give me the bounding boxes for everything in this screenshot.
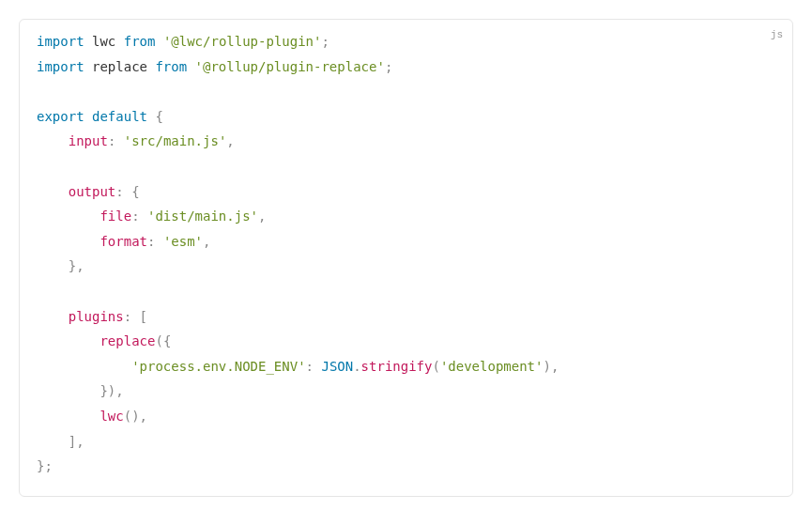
punct: }), xyxy=(100,383,123,398)
punct: ), xyxy=(543,359,559,374)
indent xyxy=(37,309,69,324)
string: '@rollup/plugin-replace' xyxy=(187,59,385,74)
punct: , xyxy=(226,133,234,148)
class: JSON xyxy=(321,359,353,374)
punct: . xyxy=(353,359,360,374)
attr: format xyxy=(100,234,147,249)
identifier: replace xyxy=(84,59,156,74)
indent xyxy=(37,383,100,398)
identifier: lwc xyxy=(84,34,124,49)
attr: input xyxy=(69,133,108,148)
indent xyxy=(37,258,69,273)
indent xyxy=(37,133,69,148)
punct: ({ xyxy=(155,333,171,348)
string: 'development' xyxy=(440,359,544,374)
keyword: export xyxy=(37,109,84,124)
indent xyxy=(37,409,100,424)
method: stringify xyxy=(361,359,433,374)
string: 'esm' xyxy=(163,234,203,249)
punct: , xyxy=(258,209,266,224)
punct: [ xyxy=(140,309,147,324)
indent xyxy=(37,359,131,374)
punct: ; xyxy=(321,34,329,49)
keyword: from xyxy=(124,34,156,49)
language-label: js xyxy=(771,25,783,45)
punct: }, xyxy=(69,258,84,273)
indent xyxy=(37,209,100,224)
code-content: import lwc from '@lwc/rollup-plugin'; im… xyxy=(37,29,775,479)
punct: : xyxy=(124,309,140,324)
punct: : xyxy=(147,234,163,249)
punct: (), xyxy=(124,409,147,424)
punct: , xyxy=(203,234,210,249)
keyword: from xyxy=(155,59,187,74)
function: lwc xyxy=(100,409,123,424)
keyword: import xyxy=(37,59,84,74)
keyword: import xyxy=(37,34,84,49)
code-block: js import lwc from '@lwc/rollup-plugin';… xyxy=(19,19,793,497)
punct: { xyxy=(147,109,163,124)
string: '@lwc/rollup-plugin' xyxy=(155,34,321,49)
keyword: default xyxy=(84,109,147,124)
punct: : xyxy=(131,209,147,224)
attr: output xyxy=(69,184,116,199)
string: 'dist/main.js' xyxy=(147,209,258,224)
punct: : xyxy=(108,133,124,148)
indent xyxy=(37,184,69,199)
function: replace xyxy=(100,333,155,348)
punct: }; xyxy=(37,458,53,473)
indent xyxy=(37,234,100,249)
string: 'process.env.NODE_ENV' xyxy=(131,359,305,374)
attr: plugins xyxy=(69,309,124,324)
punct: ( xyxy=(432,359,439,374)
indent xyxy=(37,333,100,348)
indent xyxy=(37,434,69,449)
punct: : xyxy=(115,184,131,199)
punct: { xyxy=(131,184,139,199)
punct: : xyxy=(306,359,322,374)
punct: ], xyxy=(69,434,84,449)
string: 'src/main.js' xyxy=(124,133,227,148)
attr: file xyxy=(100,209,131,224)
punct: ; xyxy=(385,59,392,74)
